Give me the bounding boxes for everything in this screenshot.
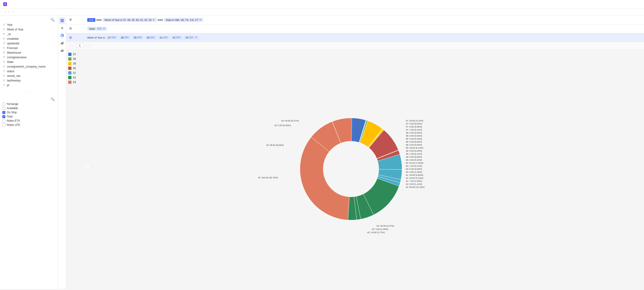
- svg-rect-5: [61, 43, 62, 44]
- dim-item-vessel_eta[interactable]: Tvessel_eta: [0, 74, 58, 78]
- col-weekofyear-label: Week of Year in: [87, 36, 105, 39]
- svg-rect-7: [63, 42, 63, 44]
- filter-label: [69, 19, 85, 21]
- legend-item-41: 41: [68, 71, 83, 75]
- dim-item-_id[interactable]: T_id: [0, 32, 58, 37]
- toolbar-icons: [58, 16, 66, 289]
- filter-state-close[interactable]: ✕: [199, 18, 201, 21]
- column-tags: Week of Year in 37 ASC 38 ASC 39 ASC 40 …: [87, 36, 199, 40]
- measure-checkbox-%change[interactable]: [2, 103, 5, 106]
- svg-text:39: 3.00 (0.43%): 39: 3.00 (0.43%): [406, 159, 422, 161]
- col-tag-41[interactable]: 41 ASC: [158, 36, 170, 40]
- chart-legend: 37383940414243: [66, 49, 85, 289]
- dim-item-consigneename[interactable]: Tconsigneename: [0, 55, 58, 60]
- segment-43-CA[interactable]: [300, 137, 349, 220]
- svg-text:37: 33.00 (4.70%): 37: 33.00 (4.70%): [406, 119, 424, 122]
- page-input[interactable]: [76, 44, 84, 48]
- col-tag-40[interactable]: 40 ASC: [145, 36, 157, 40]
- svg-rect-2: [60, 20, 64, 21]
- col-43-close[interactable]: ✕: [195, 36, 197, 39]
- measure-item-pctchange[interactable]: %change: [0, 102, 58, 106]
- col-tag-39[interactable]: 39 ASC: [132, 36, 144, 40]
- svg-text:38: 0.00 (0.00%): 38: 0.00 (0.00%): [406, 143, 422, 146]
- legend-item-37: 37: [68, 53, 83, 56]
- svg-text:43: 244.00 (34.76%): 43: 244.00 (34.76%): [258, 176, 278, 179]
- view-stacked-btn[interactable]: [59, 47, 66, 54]
- app-logo: [3, 2, 8, 7]
- dimensions-header: 🔍: [0, 16, 58, 23]
- dim-item-status[interactable]: Tstatus: [0, 69, 58, 74]
- svg-rect-10: [62, 50, 62, 52]
- column-label: [69, 36, 85, 39]
- dim-item-consigneeinfo_company_name[interactable]: Tconsigneeinfo_company_name: [0, 64, 58, 69]
- dim-item-warehouse[interactable]: TWarehouse: [0, 50, 58, 55]
- measure-checkbox-notes eta[interactable]: [2, 119, 5, 122]
- sidebar: 🔍 TYearTWeek of YearT_idTcreatedatTupdat…: [0, 16, 58, 289]
- prev-page-btn[interactable]: [69, 45, 74, 47]
- measures-search-icon[interactable]: 🔍: [50, 97, 55, 101]
- svg-text:42: 19.00 (2.71%): 42: 19.00 (2.71%): [367, 231, 385, 234]
- dim-item-year[interactable]: TYear: [0, 23, 58, 27]
- filter-and-1: AND: [96, 19, 102, 21]
- measure-item-total[interactable]: ✓Total: [0, 114, 58, 119]
- svg-text:39: 0.00 (0.00%): 39: 0.00 (0.00%): [406, 156, 422, 158]
- view-bar-btn[interactable]: [59, 40, 66, 46]
- content-area: 1=1 AND Week of Year in 37, 38, 39, 40, …: [66, 16, 644, 289]
- view-chart-btn[interactable]: [59, 32, 66, 39]
- legend-item-42: 42: [68, 76, 83, 79]
- svg-text:42: 9.00 (1.28%): 42: 9.00 (1.28%): [372, 228, 388, 230]
- measure-item-notes-eta[interactable]: Notes ETA: [0, 119, 58, 123]
- svg-text:42: 30.00 (4.27%): 42: 30.00 (4.27%): [376, 224, 394, 227]
- svg-text:38: 0.00 (0.00%): 38: 0.00 (0.00%): [406, 134, 422, 137]
- svg-text:39: 0.00 (0.00%): 39: 0.00 (0.00%): [406, 150, 422, 152]
- dim-item-createdat[interactable]: Tcreatedat: [0, 37, 58, 41]
- svg-text:37: 1.00 (0.14%): 37: 1.00 (0.14%): [406, 128, 422, 131]
- column-bar: Week of Year in 37 ASC 38 ASC 39 ASC 40 …: [66, 33, 644, 42]
- col-tag-43[interactable]: 43 ASC ✕: [184, 36, 199, 40]
- row-state-close[interactable]: ✕: [103, 27, 105, 30]
- dim-item-lastfreeday[interactable]: Tlastfreeday: [0, 78, 58, 83]
- svg-rect-9: [61, 50, 62, 51]
- next-page-btn[interactable]: [85, 45, 90, 47]
- measure-item-notes-lfd[interactable]: Notes LFD: [0, 123, 58, 127]
- app-header: [0, 0, 644, 8]
- measure-checkbox-total[interactable]: ✓: [2, 115, 5, 118]
- dim-item-week-of-year[interactable]: TWeek of Year: [0, 27, 58, 32]
- legend-item-39: 39: [68, 62, 83, 65]
- measure-checkbox-notes lfd[interactable]: [2, 124, 5, 127]
- dimensions-list: TYearTWeek of YearT_idTcreatedatTupdated…: [0, 23, 58, 89]
- view-collapse-btn[interactable]: [59, 25, 66, 31]
- view-table-btn[interactable]: [59, 18, 66, 24]
- legend-item-40: 40: [68, 67, 83, 70]
- measure-item-available[interactable]: Available: [0, 106, 58, 110]
- collapse-sidebar-btn[interactable]: ‹: [85, 164, 90, 169]
- svg-text:37: 0.00 (0.00%): 37: 0.00 (0.00%): [406, 125, 422, 128]
- measures-header: 🔍: [0, 95, 58, 102]
- dim-item-state[interactable]: TState: [0, 60, 58, 64]
- measure-checkbox-on ship[interactable]: ✓: [2, 111, 5, 114]
- svg-text:41: 34.00 (4.84%): 41: 34.00 (4.84%): [406, 174, 424, 176]
- dimensions-search-icon[interactable]: 🔍: [50, 18, 55, 22]
- filter-bar: 1=1 AND Week of Year in 37, 38, 39, 40, …: [66, 16, 644, 24]
- filter-tag-state[interactable]: State in WA, VA, TX, CA, CT ✕: [164, 18, 204, 22]
- measure-item-on-ship[interactable]: ✓On Ship: [0, 110, 58, 114]
- row-tag-state[interactable]: State ASC ✕: [87, 27, 107, 31]
- dim-item-forecast[interactable]: TForecast: [0, 46, 58, 50]
- col-tag-42[interactable]: 42 ASC: [171, 36, 183, 40]
- col-tag-38[interactable]: 38 ASC: [119, 36, 131, 40]
- svg-rect-13: [63, 49, 63, 50]
- filter-weekofyear-close[interactable]: ✕: [153, 18, 155, 21]
- filter-tag-11[interactable]: 1=1: [87, 18, 95, 22]
- svg-text:41: 22.00 (3.14%): 41: 22.00 (3.14%): [406, 177, 424, 179]
- filter-tags: 1=1 AND Week of Year in 37, 38, 39, 40, …: [87, 18, 203, 22]
- dim-item-pt[interactable]: Tpt: [0, 83, 58, 88]
- svg-text:43: 58.00 (8.26%): 43: 58.00 (8.26%): [266, 144, 284, 146]
- col-tag-37[interactable]: 37 ASC: [106, 36, 118, 40]
- donut-chart-container: 43: 44.00 (6.27%)43: 0.00 (0.00%)43: 58.…: [90, 49, 644, 289]
- measure-checkbox-available[interactable]: [2, 107, 5, 110]
- svg-text:38: 0.00 (0.00%): 38: 0.00 (0.00%): [406, 131, 422, 134]
- resize-handle[interactable]: · · ·: [0, 89, 58, 95]
- dim-item-updatedat[interactable]: Tupdatedat: [0, 41, 58, 46]
- svg-text:40: 54.00 (7.69%): 40: 54.00 (7.69%): [406, 162, 424, 164]
- filter-tag-weekofyear[interactable]: Week of Year in 37, 38, 39, 40, 41, 42, …: [103, 18, 156, 22]
